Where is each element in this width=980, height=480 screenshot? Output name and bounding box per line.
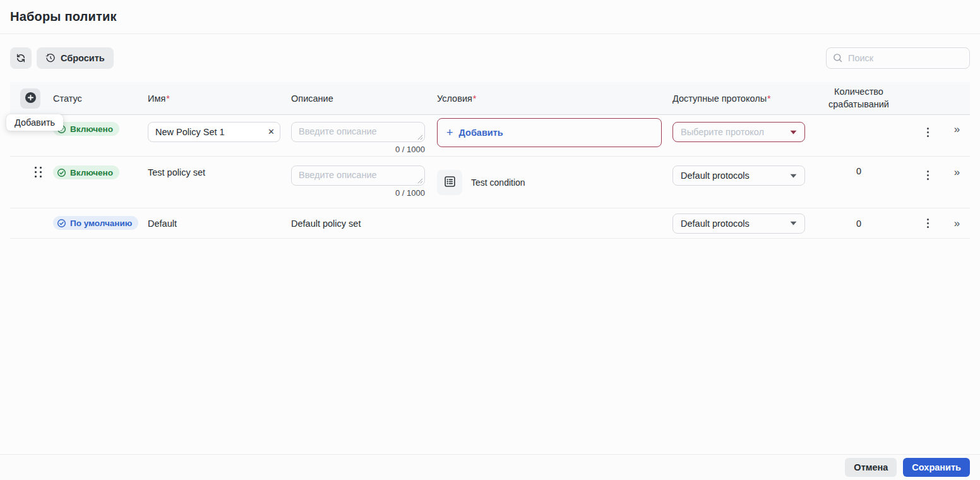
protocols-cell: Выберите протокол xyxy=(672,115,806,142)
cancel-button[interactable]: Отмена xyxy=(845,458,897,477)
protocols-select[interactable]: Default protocols xyxy=(672,165,805,186)
search-icon xyxy=(832,52,843,66)
plus-icon: + xyxy=(446,127,453,138)
policy-name-text: Default xyxy=(148,219,177,229)
add-condition-button[interactable]: + Добавить xyxy=(437,118,662,147)
status-cell: Включено xyxy=(53,115,148,136)
status-cell: По умолчанию xyxy=(53,216,148,231)
condition-details-button[interactable] xyxy=(437,170,462,195)
name-cell: Test policy set xyxy=(148,157,291,178)
required-asterisk: * xyxy=(767,93,771,104)
add-row-button[interactable] xyxy=(20,88,40,109)
status-badge: Включено xyxy=(53,165,119,179)
expand-row-button[interactable]: » xyxy=(948,167,967,177)
drag-handle-icon[interactable] xyxy=(35,167,42,178)
caret-down-icon xyxy=(790,221,797,225)
description-cell: 0 / 1000 xyxy=(291,115,437,154)
table-row: Включено Test policy set 0 / 1000 xyxy=(10,157,970,208)
page-header: Наборы политик xyxy=(0,0,980,34)
plus-circle-icon xyxy=(25,92,37,105)
column-header-protocols: Доступные протоколы* xyxy=(672,93,806,104)
conditions-cell: + Добавить xyxy=(437,115,672,147)
footer-actions: Отмена Сохранить xyxy=(0,454,980,480)
refresh-button[interactable] xyxy=(10,47,32,69)
column-header-conditions: Условия* xyxy=(437,93,672,104)
table-row: Включено ✕ 0 / 1000 + Добавить xyxy=(10,115,970,157)
name-cell: Default xyxy=(148,218,291,229)
policy-sets-table: Статус Имя* Описание Условия* Доступные … xyxy=(10,82,970,239)
caret-down-icon xyxy=(790,174,797,178)
refresh-icon xyxy=(16,53,26,63)
policy-name-input[interactable] xyxy=(148,122,280,142)
conditions-cell: Test condition xyxy=(437,157,672,195)
caret-down-icon xyxy=(790,130,797,135)
check-circle-icon xyxy=(57,219,66,228)
status-badge: По умолчанию xyxy=(53,216,138,230)
expand-row-button[interactable]: » xyxy=(948,218,967,229)
check-circle-icon xyxy=(57,168,66,177)
search-box xyxy=(826,47,970,69)
page-title: Наборы политик xyxy=(10,9,970,24)
toolbar-left: Сбросить xyxy=(10,47,114,69)
name-cell: ✕ xyxy=(148,115,291,142)
more-actions-button[interactable] xyxy=(919,215,936,232)
expand-row-button[interactable]: » xyxy=(948,124,967,135)
add-cell xyxy=(10,88,53,109)
description-cell: Default policy set xyxy=(291,218,437,229)
history-icon xyxy=(45,53,56,63)
list-box-icon xyxy=(443,175,457,190)
protocols-cell: Default protocols xyxy=(672,213,806,234)
condition-name: Test condition xyxy=(471,177,525,188)
table-header-row: Статус Имя* Описание Условия* Доступные … xyxy=(10,82,970,115)
add-button-tooltip: Добавить xyxy=(6,114,63,131)
reset-button[interactable]: Сбросить xyxy=(37,47,114,69)
toolbar: Сбросить xyxy=(10,47,970,69)
more-actions-button[interactable] xyxy=(919,167,936,183)
protocols-cell: Default protocols xyxy=(672,157,806,186)
trigger-count: 0 xyxy=(806,157,911,176)
column-header-name: Имя* xyxy=(148,93,291,104)
policy-name-text: Test policy set xyxy=(148,167,205,177)
column-header-status: Статус xyxy=(53,93,148,104)
table-row: По умолчанию Default Default policy set … xyxy=(10,208,970,239)
clear-icon[interactable]: ✕ xyxy=(268,127,275,137)
required-asterisk: * xyxy=(166,93,170,104)
save-button[interactable]: Сохранить xyxy=(903,458,970,477)
column-header-description: Описание xyxy=(291,93,437,104)
column-header-trigger-count: Количество срабатываний xyxy=(806,86,911,111)
description-textarea[interactable] xyxy=(291,165,425,186)
required-asterisk: * xyxy=(473,93,477,104)
char-counter: 0 / 1000 xyxy=(291,188,425,198)
condition-item: Test condition xyxy=(437,170,672,195)
protocols-select[interactable]: Default protocols xyxy=(672,213,805,234)
status-cell: Включено xyxy=(53,157,148,180)
drag-cell xyxy=(10,157,53,178)
policy-sets-page: Наборы политик xyxy=(0,0,980,480)
protocols-select[interactable]: Выберите протокол xyxy=(672,122,805,142)
more-actions-button[interactable] xyxy=(919,124,936,140)
reset-button-label: Сбросить xyxy=(61,53,105,63)
description-text: Default policy set xyxy=(291,219,361,229)
search-input[interactable] xyxy=(826,47,970,69)
trigger-count xyxy=(806,115,911,124)
description-textarea[interactable] xyxy=(291,122,425,142)
char-counter: 0 / 1000 xyxy=(291,145,425,154)
description-cell: 0 / 1000 xyxy=(291,157,437,198)
trigger-count: 0 xyxy=(806,219,911,229)
add-condition-label: Добавить xyxy=(459,128,503,138)
